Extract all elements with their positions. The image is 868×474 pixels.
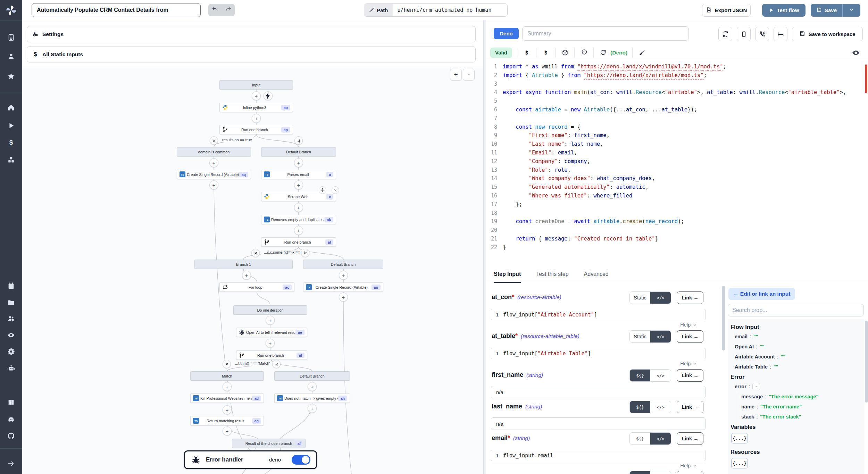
save-to-workspace-button[interactable]: Save to workspace (792, 27, 863, 41)
flow-step-node[interactable]: TSRemoves empty and duplicatesak (261, 215, 336, 224)
mobile-view-icon[interactable] (737, 27, 751, 41)
flow-branch-header[interactable]: Default Branch (303, 260, 383, 269)
add-step-button[interactable]: + (339, 293, 348, 302)
add-step-button[interactable]: + (209, 158, 218, 167)
tab-advanced[interactable]: Advanced (584, 271, 609, 283)
add-step-button[interactable]: + (223, 382, 232, 391)
trigger-bolt-icon[interactable] (264, 91, 273, 100)
package-icon[interactable] (560, 48, 569, 57)
history-icon[interactable] (579, 48, 589, 57)
inspector-prop-airtable-account[interactable]: Airtable Account:"" (731, 352, 865, 362)
add-step-button[interactable]: + (294, 180, 303, 189)
add-step-button[interactable]: + (209, 180, 218, 189)
sidebar-folder-icon[interactable] (7, 299, 15, 306)
export-json-button[interactable]: Export JSON (702, 4, 751, 17)
inspector-prop-open-ai[interactable]: Open AI:"" (731, 342, 865, 352)
expand-object-button[interactable]: {...} (731, 458, 748, 468)
move-step-icon[interactable] (319, 186, 326, 194)
code-line[interactable]: 17 }; (486, 200, 866, 209)
add-step-button[interactable]: + (252, 91, 261, 100)
undo-icon[interactable] (211, 6, 219, 14)
zoom-in-button[interactable]: + (450, 69, 462, 81)
branch-compare-icon[interactable] (272, 360, 281, 368)
inspector-prop-email[interactable]: email:"" (731, 332, 865, 342)
inspector-prop-error[interactable]: error:- (731, 382, 865, 392)
expression-editor[interactable]: 1flow_input["Airtable Account"] (491, 309, 706, 320)
input-mode-toggle[interactable]: ${}</> (629, 401, 671, 413)
redo-icon[interactable] (224, 6, 232, 14)
static-mode-segment[interactable]: Static (630, 331, 650, 342)
code-line[interactable]: 19 const createOne = await airtable.crea… (486, 217, 866, 226)
code-line[interactable]: 6 const airtable = new Airtable({...at_c… (486, 105, 866, 114)
input-mode-toggle[interactable]: ${}</> (629, 471, 671, 474)
sidebar-github-icon[interactable] (7, 432, 15, 440)
expression-editor[interactable]: 1flow_input["Airtable Table"] (491, 348, 706, 359)
code-line[interactable]: 16 "Where was filled": where_filled (486, 192, 866, 200)
sidebar-book-icon[interactable] (7, 399, 15, 406)
inspector-prop-message[interactable]: message:"The error message" (737, 392, 865, 402)
code-line[interactable]: 10 "Last name": last_name, (486, 140, 866, 149)
flow-step-node[interactable]: TSKill Professional Websites mentionsad (190, 393, 264, 403)
tab-step-input[interactable]: Step Input (494, 271, 521, 283)
code-line[interactable]: 7 (486, 114, 866, 123)
code-line[interactable]: 22} (486, 243, 866, 252)
branch-condition-remove-icon[interactable] (223, 360, 231, 368)
flow-step-node[interactable]: Scrape Webc (261, 192, 336, 201)
sidebar-building-icon[interactable] (7, 34, 15, 41)
sidebar-home-icon[interactable] (7, 104, 15, 111)
add-step-button[interactable]: + (266, 316, 275, 325)
link-input-button[interactable]: Link → (677, 369, 703, 382)
add-step-button[interactable]: + (223, 426, 232, 435)
flow-branch-header[interactable]: Branch 1 (194, 260, 293, 269)
refresh-assistant-icon[interactable] (599, 48, 608, 57)
sidebar-star-icon[interactable] (7, 73, 15, 80)
help-link[interactable]: Help (491, 361, 697, 366)
flow-branch-header[interactable]: Default Branch (274, 371, 350, 381)
dollar-variable-icon[interactable]: $ (522, 48, 531, 57)
input-mode-toggle[interactable]: Static</> (629, 291, 671, 304)
code-line[interactable]: 2import { Airtable } from "https://deno.… (486, 71, 866, 80)
input-mode-toggle[interactable]: ${}</> (629, 432, 671, 445)
inspector-prop-stack[interactable]: stack:"The error stack" (737, 412, 865, 422)
input-mode-toggle[interactable]: Static</> (629, 330, 671, 343)
sidebar-cubes-icon[interactable] (7, 156, 15, 164)
edit-or-link-input-button[interactable]: ← Edit or link an input (728, 288, 795, 300)
inspector-prop-name[interactable]: name:"The error name" (737, 402, 865, 412)
code-mode-segment[interactable]: </> (650, 433, 671, 445)
branch-condition-remove-icon[interactable] (251, 249, 260, 257)
flow-branch-header[interactable]: Input (219, 80, 293, 90)
language-badge[interactable]: Deno (494, 28, 519, 39)
eye-icon[interactable] (851, 49, 860, 58)
code-line[interactable]: 14 "What company does": what_company_doe… (486, 174, 866, 183)
code-mode-segment[interactable]: </> (650, 292, 671, 304)
flow-step-node[interactable]: TSParses emaila (261, 170, 336, 179)
sidebar-calendar-icon[interactable] (7, 282, 15, 290)
inspector-prop-airtable-table[interactable]: Airtable Table:"" (731, 362, 865, 372)
expression-editor[interactable]: 1flow_input.email (491, 450, 706, 461)
link-input-button[interactable]: Link → (677, 330, 703, 343)
code-line[interactable]: 3 (486, 80, 866, 88)
error-handler-node[interactable]: Error handlerdeno (184, 450, 317, 469)
add-step-button[interactable]: + (294, 203, 303, 212)
sync-icon[interactable] (718, 27, 732, 41)
sidebar-user-icon[interactable] (7, 52, 15, 60)
flow-step-node[interactable]: Run one branchal (261, 237, 336, 247)
branch-compare-icon[interactable] (294, 136, 303, 145)
inspector-scrollbar[interactable] (865, 319, 868, 474)
code-line[interactable]: 11 "Email": email, (486, 149, 866, 157)
code-mode-segment[interactable]: </> (650, 331, 671, 342)
code-line[interactable]: 5 (486, 97, 866, 105)
add-step-button[interactable]: + (223, 405, 232, 414)
add-step-button[interactable]: + (339, 271, 348, 280)
static-value-input[interactable] (491, 386, 706, 398)
path-value[interactable]: u/henri/crm_automated_no_human (393, 4, 507, 16)
help-link[interactable]: Help (491, 463, 697, 468)
add-step-button[interactable]: + (252, 114, 261, 123)
link-input-button[interactable]: Link → (677, 401, 703, 413)
sidebar-users-gear-icon[interactable] (7, 315, 15, 322)
summary-input[interactable] (522, 26, 689, 41)
code-line[interactable]: 15 "Generated automatically": automatic, (486, 183, 866, 192)
code-line[interactable]: 21 return { message: "Created record in … (486, 235, 866, 243)
workbench-icon[interactable] (774, 27, 787, 41)
link-input-button[interactable]: Link → (677, 432, 703, 445)
